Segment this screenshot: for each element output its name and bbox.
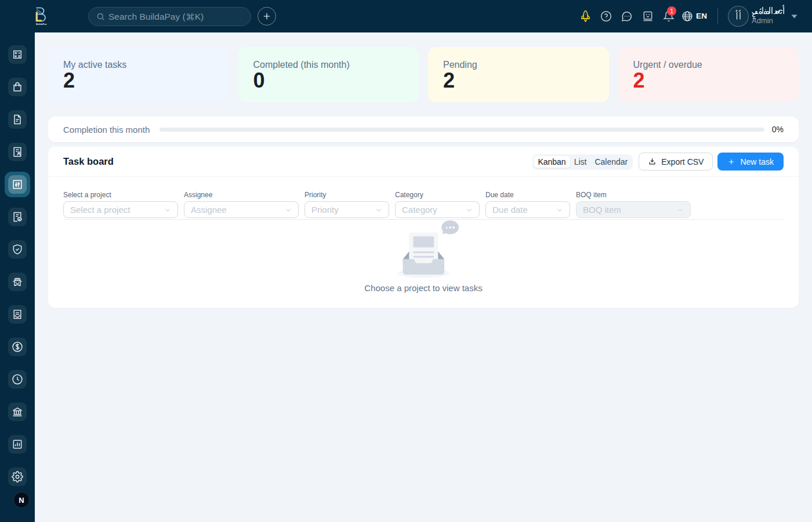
- svg-text:BuildaPay: BuildaPay: [36, 23, 47, 26]
